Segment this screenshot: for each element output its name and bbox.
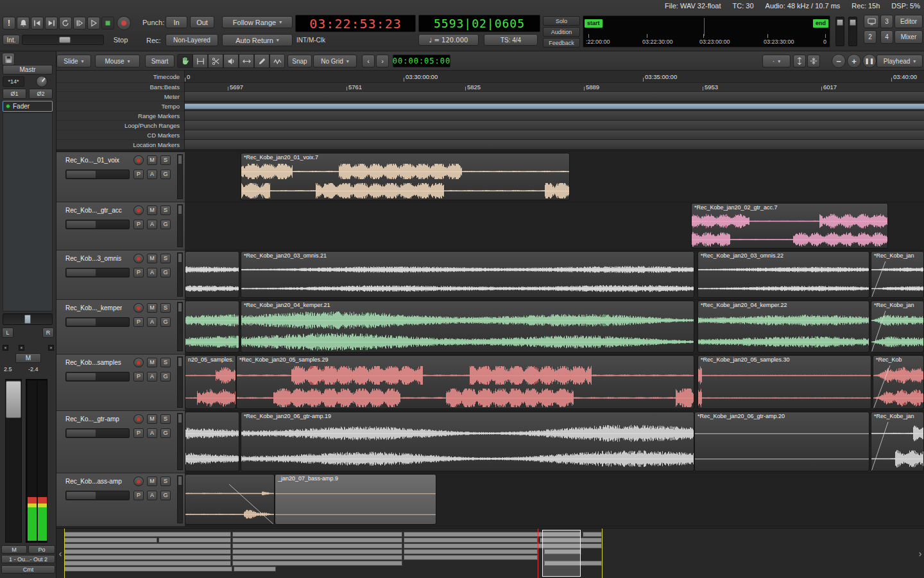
processor-active-led[interactable] [6, 104, 10, 109]
goto-start-button[interactable] [31, 17, 44, 30]
track-height-scrollbar[interactable] [177, 204, 183, 247]
pan-slider[interactable] [3, 313, 53, 325]
record-enable-button[interactable] [133, 358, 144, 367]
start-marker[interactable]: start [585, 19, 603, 28]
automation-button[interactable]: A [147, 317, 157, 327]
time-signature-button[interactable]: TS: 4/4 [484, 34, 538, 46]
output-routing-button[interactable]: 1 - Ou...- Out 2 [1, 555, 55, 563]
shrink-vertical-button[interactable] [807, 55, 820, 67]
audio-region[interactable]: *Rec_Kobe_jan20_06_gtr-amp.19 [241, 412, 694, 471]
secondary-clock[interactable]: 5593|02|0605 [418, 15, 540, 32]
master-fader-handle[interactable] [6, 381, 21, 418]
shuttle-units-button[interactable]: Int. [3, 35, 20, 45]
track-header[interactable]: Rec_Kob..._kemperMSPAG [56, 300, 185, 355]
mouse-mode-dropdown[interactable]: Mouse▾ [95, 55, 140, 67]
playlist-button[interactable]: P [133, 491, 144, 500]
meter-post-button[interactable]: Po [28, 545, 55, 554]
phase-2-button[interactable]: Ø2 [29, 89, 53, 99]
audio-region[interactable]: *Rec_Kobe_jan20_04_kemper.21 [241, 301, 694, 353]
audio-region[interactable]: *Rec_Kobe_jan [871, 412, 924, 471]
automation-button[interactable]: A [147, 268, 157, 277]
track-header[interactable]: Rec_Kob...samplesMSPAG [56, 355, 185, 411]
track-height-handle[interactable] [178, 303, 182, 311]
playlist-button[interactable]: P [133, 428, 144, 438]
punch-in-button[interactable]: In [166, 16, 187, 28]
group-button[interactable]: G [160, 268, 171, 277]
comments-button[interactable]: Cmt [1, 565, 55, 574]
track-gain-slider[interactable] [65, 268, 130, 277]
group-button[interactable]: G [160, 372, 171, 381]
content-tool-button[interactable] [270, 54, 285, 68]
audio-region[interactable] [185, 412, 239, 471]
meter-point-button[interactable]: M [1, 545, 27, 554]
track-header[interactable]: Rec_Kob..._gtr_accMSPAG [56, 202, 185, 250]
mini-timeline[interactable]: start end :22:00:00 03:22:30:00 03:23:00… [583, 15, 830, 48]
master-name-button[interactable]: Mastr [3, 65, 53, 74]
stop-button[interactable] [101, 17, 114, 30]
playlist-button[interactable]: P [133, 268, 144, 277]
marker-menu-dropdown[interactable]: ·▾ [762, 55, 791, 67]
ruler-row-tempo[interactable] [185, 101, 924, 111]
grid-dropdown[interactable]: No Grid▾ [313, 55, 357, 67]
left-meter-indicator[interactable] [48, 345, 54, 351]
track-name[interactable]: Rec_Ko..._01_voix [65, 157, 119, 164]
track-name[interactable]: Rec_Kob...3_omnis [65, 255, 121, 262]
metronome-button[interactable] [17, 17, 30, 30]
track-header[interactable]: Rec_Ko..._01_voixMSPAG [56, 152, 185, 202]
pan-handle[interactable] [24, 315, 31, 324]
audio-region[interactable]: *Rec_Kobe_jan20_06_gtr-amp.20 [694, 412, 869, 471]
track-lane[interactable]: n20_05_samples.*Rec_Kobe_jan20_05_sample… [185, 355, 924, 411]
solo-button[interactable]: S [160, 155, 171, 165]
save-session-button[interactable] [2, 53, 15, 66]
window-2-button[interactable]: 2 [864, 30, 877, 44]
trim-knob[interactable] [36, 76, 47, 87]
playlist-button[interactable]: P [133, 170, 144, 179]
track-header[interactable]: Rec_Kob...ass-ampMSPAG [56, 473, 185, 527]
end-marker[interactable]: end [813, 19, 828, 28]
audio-region[interactable]: *Rec_Kob [873, 355, 924, 409]
automation-button[interactable]: A [147, 170, 157, 179]
track-height-scrollbar[interactable] [177, 252, 183, 297]
gain-display[interactable]: 2.5 [4, 366, 12, 372]
zoom-to-session-button[interactable]: ❚❚ [862, 54, 877, 68]
punch-out-button[interactable]: Out [190, 16, 214, 28]
grab-tool-button[interactable] [177, 54, 193, 68]
group-button[interactable]: G [160, 220, 171, 229]
solo-button[interactable]: S [160, 358, 171, 367]
audio-region[interactable] [185, 474, 275, 525]
track-height-scrollbar[interactable] [177, 154, 183, 199]
audio-region[interactable] [185, 301, 239, 353]
group-button[interactable]: G [160, 317, 171, 327]
summary-scroll-right-arrow[interactable]: › [916, 529, 924, 578]
automation-button[interactable]: A [147, 491, 157, 500]
auto-return-dropdown[interactable]: Auto Return▾ [222, 34, 293, 46]
ruler-row-timecode[interactable]: 003:30:00:0003:35:00:0003:40:00 [185, 71, 924, 83]
solo-button[interactable]: S [160, 254, 171, 263]
zoom-in-button[interactable]: + [847, 54, 861, 68]
tempo-bar[interactable] [185, 103, 924, 109]
track-height-scrollbar[interactable] [177, 413, 183, 470]
feedback-indicator-button[interactable]: Feedback [543, 38, 580, 48]
monitor-window-button[interactable] [864, 15, 879, 28]
track-height-handle[interactable] [178, 206, 182, 214]
play-button[interactable] [87, 17, 100, 30]
track-height-handle[interactable] [178, 254, 182, 262]
audio-region[interactable]: n20_05_samples. [185, 355, 236, 409]
solo-button[interactable]: S [160, 477, 171, 486]
track-gain-slider[interactable] [65, 428, 130, 438]
ruler-row-meter[interactable] [185, 92, 924, 101]
output-indicator[interactable] [19, 345, 24, 351]
mute-button[interactable]: M [147, 155, 157, 165]
track-name[interactable]: Rec_Ko..._gtr-amp [65, 416, 119, 423]
audio-region[interactable]: *Rec_Kobe_jan [871, 301, 924, 353]
track-name[interactable]: Rec_Kob...samples [65, 359, 121, 366]
input-indicator[interactable] [3, 345, 8, 351]
zoom-focus-dropdown[interactable]: Playhead▾ [877, 55, 923, 67]
audio-region[interactable]: *Rec_Kobe_jan20_05_samples.30 [697, 355, 871, 409]
play-range-button[interactable] [73, 17, 86, 30]
track-height-handle[interactable] [178, 414, 182, 423]
ruler-row-location-markers[interactable] [185, 140, 924, 150]
editor-window-button[interactable]: Editor [894, 15, 923, 28]
audio-region[interactable] [185, 251, 239, 298]
track-name[interactable]: Rec_Kob...ass-amp [65, 478, 122, 485]
